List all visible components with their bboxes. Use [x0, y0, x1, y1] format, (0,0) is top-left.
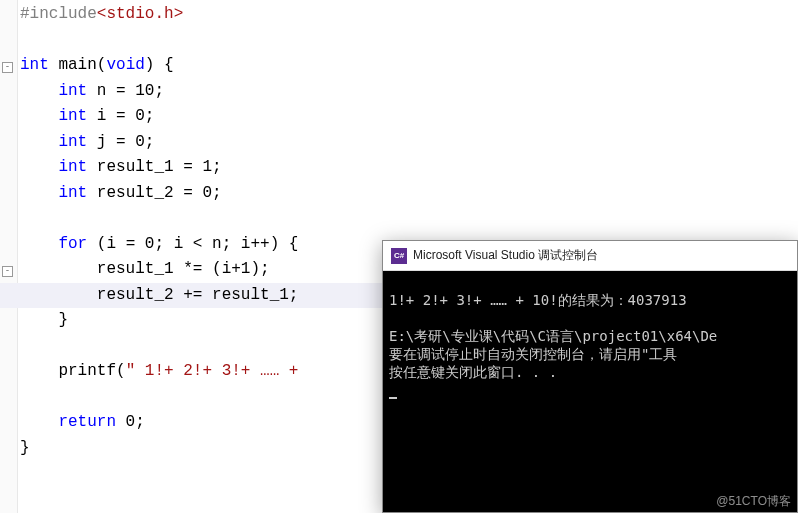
cursor-icon — [389, 397, 397, 399]
gutter: - - — [0, 0, 18, 513]
code-line — [20, 28, 798, 54]
console-titlebar[interactable]: C# Microsoft Visual Studio 调试控制台 — [383, 241, 797, 271]
console-line: 要在调试停止时自动关闭控制台，请启用"工具 — [389, 346, 677, 362]
preprocessor: #include — [20, 5, 97, 23]
code-line: int j = 0; — [20, 130, 798, 156]
code-line: int result_2 = 0; — [20, 181, 798, 207]
watermark-text: @51CTO博客 — [716, 493, 791, 510]
console-line: E:\考研\专业课\代码\C语言\project01\x64\De — [389, 328, 717, 344]
console-line: 1!+ 2!+ 3!+ …… + 10!的结果为：4037913 — [389, 292, 687, 308]
include-path: <stdio.h> — [97, 5, 183, 23]
console-title-text: Microsoft Visual Studio 调试控制台 — [413, 247, 598, 264]
fold-icon[interactable]: - — [2, 266, 13, 277]
code-line: #include<stdio.h> — [20, 2, 798, 28]
code-line — [20, 206, 798, 232]
code-line: int result_1 = 1; — [20, 155, 798, 181]
console-line: 按任意键关闭此窗口. . . — [389, 364, 557, 380]
code-line: int i = 0; — [20, 104, 798, 130]
vs-icon: C# — [391, 248, 407, 264]
console-output[interactable]: 1!+ 2!+ 3!+ …… + 10!的结果为：4037913 E:\考研\专… — [383, 271, 797, 512]
debug-console-window[interactable]: C# Microsoft Visual Studio 调试控制台 1!+ 2!+… — [382, 240, 798, 513]
fold-icon[interactable]: - — [2, 62, 13, 73]
code-line: int n = 10; — [20, 79, 798, 105]
code-line: int main(void) { — [20, 53, 798, 79]
